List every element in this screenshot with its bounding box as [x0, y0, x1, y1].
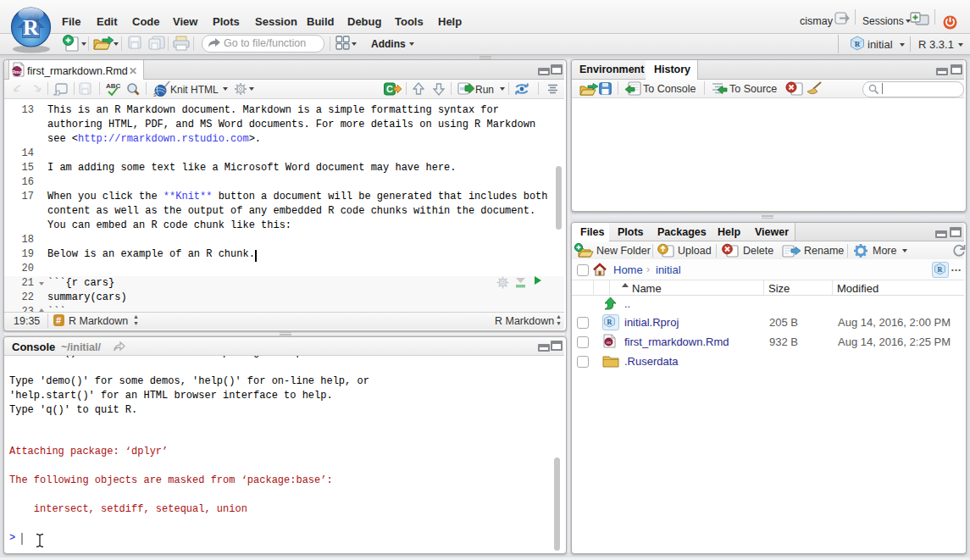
svg-text:R: R — [23, 15, 39, 40]
svg-text:m: m — [607, 340, 611, 345]
svg-text:C: C — [386, 84, 393, 94]
svg-text:R: R — [938, 266, 943, 274]
svg-text:Rmd: Rmd — [12, 69, 22, 75]
svg-text:s: s — [153, 91, 157, 97]
svg-text:R: R — [855, 40, 861, 48]
svg-text:R: R — [607, 319, 612, 326]
svg-text:ABC: ABC — [106, 82, 121, 90]
